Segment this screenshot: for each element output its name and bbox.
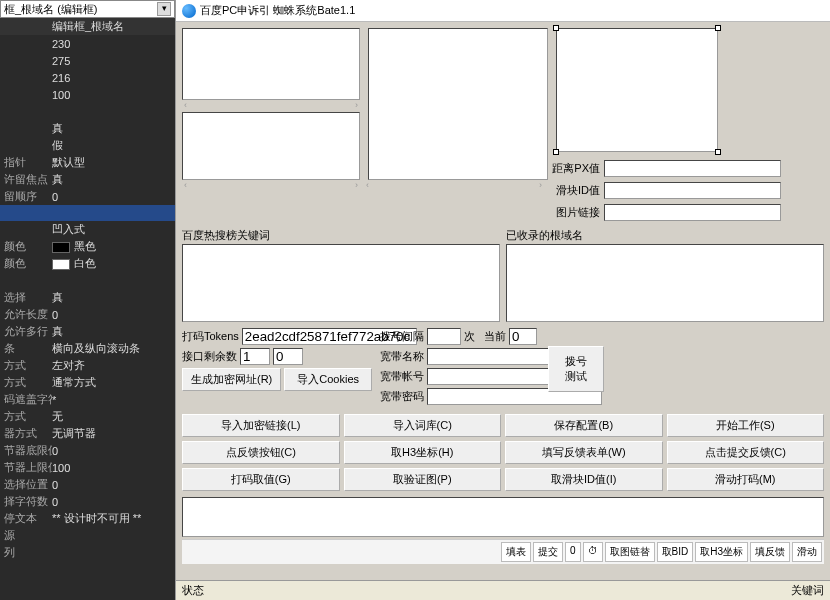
property-row[interactable]: 节器上限值100 [0, 459, 175, 476]
dial-test-button[interactable]: 拨号 测试 [548, 346, 604, 392]
property-row[interactable]: 方式无 [0, 408, 175, 425]
property-value: 真 [52, 172, 171, 187]
property-key: 颜色 [4, 239, 52, 254]
property-row[interactable]: 源 [0, 527, 175, 544]
toolbar-button[interactable]: 取H3坐标 [695, 542, 748, 562]
property-row[interactable]: 颜色黑色 [0, 238, 175, 255]
resize-handle[interactable] [715, 25, 721, 31]
action-button[interactable]: 取验证图(P) [344, 468, 502, 491]
gen-encrypt-url-button[interactable]: 生成加密网址(R) [182, 368, 281, 391]
action-button[interactable]: 开始工作(S) [667, 414, 825, 437]
property-value: 230 [52, 38, 171, 50]
toolbar-button[interactable]: 0 [565, 542, 581, 562]
action-button[interactable]: 打码取值(G) [182, 468, 340, 491]
api-remain-1[interactable] [240, 348, 270, 365]
property-row[interactable]: 列 [0, 544, 175, 561]
action-button[interactable]: 保存配置(B) [505, 414, 663, 437]
dial-interval-input[interactable] [427, 328, 461, 345]
recorded-domain-box[interactable] [506, 244, 824, 322]
property-key: 方式 [4, 409, 52, 424]
property-row[interactable]: 方式通常方式 [0, 374, 175, 391]
toolbar-button[interactable]: 取BID [657, 542, 694, 562]
property-key: 列 [4, 545, 52, 560]
action-button[interactable]: 点反馈按钮(C) [182, 441, 340, 464]
property-key: 停文本 [4, 511, 52, 526]
property-row[interactable]: 允许长度0 [0, 306, 175, 323]
property-value: 0 [52, 309, 171, 321]
toolbar-button[interactable]: 取图链替 [605, 542, 655, 562]
property-row[interactable] [0, 103, 175, 120]
property-row[interactable]: 器方式无调节器 [0, 425, 175, 442]
property-value: 0 [52, 445, 171, 457]
toolbar-button[interactable]: ⏱ [583, 542, 603, 562]
px-label: 距离PX值 [552, 161, 600, 176]
property-key: 节器底限值 [4, 443, 52, 458]
chevron-down-icon[interactable]: ▾ [157, 2, 171, 16]
toolbar-button[interactable]: 滑动 [792, 542, 822, 562]
resize-handle[interactable] [553, 149, 559, 155]
property-key: 节器上限值 [4, 460, 52, 475]
property-row[interactable]: 停文本** 设计时不可用 ** [0, 510, 175, 527]
property-row[interactable]: 假 [0, 137, 175, 154]
action-button-grid: 导入加密链接(L)导入词库(C)保存配置(B)开始工作(S)点反馈按钮(C)取H… [182, 414, 824, 491]
textarea-1[interactable] [182, 28, 360, 100]
property-row[interactable]: 方式左对齐 [0, 357, 175, 374]
api-remain-2[interactable] [273, 348, 303, 365]
toolbar-button[interactable]: 填表 [501, 542, 531, 562]
property-row[interactable]: 选择位置0 [0, 476, 175, 493]
action-button[interactable]: 点击提交反馈(C) [667, 441, 825, 464]
property-row[interactable]: 216 [0, 69, 175, 86]
action-button[interactable]: 导入加密链接(L) [182, 414, 340, 437]
property-row[interactable]: 节器底限值0 [0, 442, 175, 459]
property-row[interactable]: 留顺序0 [0, 188, 175, 205]
property-row[interactable]: 凹入式 [0, 221, 175, 238]
import-cookies-button[interactable]: 导入Cookies [284, 368, 372, 391]
property-row[interactable] [0, 205, 175, 221]
property-row[interactable]: 颜色白色 [0, 255, 175, 272]
dial-times-unit: 次 [464, 329, 475, 344]
component-selector-text: 框_根域名 (编辑框) [4, 2, 98, 17]
property-row[interactable]: 100 [0, 86, 175, 103]
color-swatch-icon [52, 242, 70, 253]
property-row[interactable]: 择字符数0 [0, 493, 175, 510]
resize-handle[interactable] [715, 149, 721, 155]
property-key: 条 [4, 341, 52, 356]
property-row[interactable] [0, 272, 175, 289]
toolbar-button[interactable]: 提交 [533, 542, 563, 562]
resize-handle[interactable] [553, 25, 559, 31]
property-key: 留顺序 [4, 189, 52, 204]
property-row[interactable]: 选择真 [0, 289, 175, 306]
hot-search-box[interactable] [182, 244, 500, 322]
color-swatch-icon [52, 259, 70, 270]
property-row[interactable]: 条横向及纵向滚动条 [0, 340, 175, 357]
property-row[interactable]: 真 [0, 120, 175, 137]
statusbar: 状态 关键词 [176, 580, 830, 600]
textarea-3[interactable] [368, 28, 548, 180]
property-row[interactable]: 230 [0, 35, 175, 52]
component-selector[interactable]: 框_根域名 (编辑框) ▾ [0, 0, 175, 18]
slider-id-input[interactable] [604, 182, 781, 199]
property-row[interactable]: 允许多行真 [0, 323, 175, 340]
img-link-input[interactable] [604, 204, 781, 221]
action-button[interactable]: 导入词库(C) [344, 414, 502, 437]
property-row[interactable]: 码遮盖字符* [0, 391, 175, 408]
action-button[interactable]: 滑动打码(M) [667, 468, 825, 491]
action-button[interactable]: 取H3坐标(H) [344, 441, 502, 464]
px-input[interactable] [604, 160, 781, 177]
action-button[interactable]: 取滑块ID值(I) [505, 468, 663, 491]
property-key: 器方式 [4, 426, 52, 441]
property-row[interactable]: 275 [0, 52, 175, 69]
status-left: 状态 [182, 583, 204, 598]
app-window: 百度PC申诉引 蜘蛛系统Bate1.1 ‹› ‹› ‹› [175, 0, 830, 600]
log-box[interactable] [182, 497, 824, 537]
recorded-domain-label: 已收录的根域名 [506, 228, 824, 243]
current-value[interactable] [509, 328, 537, 345]
property-value: 假 [52, 138, 171, 153]
img-link-label: 图片链接 [552, 205, 600, 220]
property-value: 真 [52, 324, 171, 339]
toolbar-button[interactable]: 填反馈 [750, 542, 790, 562]
property-row[interactable]: 指针默认型 [0, 154, 175, 171]
textarea-2[interactable] [182, 112, 360, 180]
property-row[interactable]: 许留焦点真 [0, 171, 175, 188]
action-button[interactable]: 填写反馈表单(W) [505, 441, 663, 464]
